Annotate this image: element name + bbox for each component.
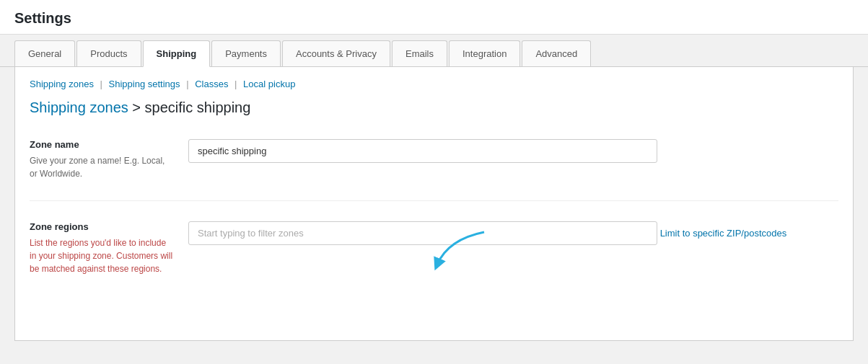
tab-accounts-privacy[interactable]: Accounts & Privacy	[282, 40, 390, 66]
tab-shipping[interactable]: Shipping	[143, 40, 211, 67]
heading-rest: > specific shipping	[128, 99, 251, 115]
tab-products[interactable]: Products	[76, 40, 141, 66]
breadcrumb-sep-1: |	[100, 79, 102, 89]
heading-link[interactable]: Shipping zones	[30, 99, 128, 115]
breadcrumb-sep-3: |	[234, 79, 237, 89]
page-heading: Shipping zones > specific shipping	[30, 99, 838, 116]
zone-name-input-col	[188, 139, 838, 180]
breadcrumb-classes[interactable]: Classes	[195, 79, 228, 89]
zone-name-input[interactable]	[188, 139, 657, 163]
page-title-bar: Settings	[0, 0, 868, 35]
zone-regions-label-col: Zone regions List the regions you'd like…	[30, 221, 188, 275]
breadcrumb-shipping-zones[interactable]: Shipping zones	[30, 79, 94, 89]
breadcrumb-local-pickup[interactable]: Local pickup	[243, 79, 295, 89]
tab-emails[interactable]: Emails	[392, 40, 447, 66]
zone-name-desc: Give your zone a name! E.g. Local, or Wo…	[30, 154, 174, 180]
breadcrumb-sep-2: |	[186, 79, 188, 89]
zone-name-title: Zone name	[30, 139, 174, 150]
zone-regions-desc: List the regions you'd like to include i…	[30, 236, 174, 275]
zone-name-section: Zone name Give your zone a name! E.g. Lo…	[30, 133, 838, 180]
tabs-bar: General Products Shipping Payments Accou…	[0, 35, 868, 67]
breadcrumb: Shipping zones | Shipping settings | Cla…	[30, 79, 838, 89]
zone-regions-title: Zone regions	[30, 221, 174, 232]
tab-advanced[interactable]: Advanced	[522, 40, 591, 66]
breadcrumb-shipping-settings[interactable]: Shipping settings	[109, 79, 180, 89]
content-area: Shipping zones | Shipping settings | Cla…	[14, 67, 854, 341]
limit-zip-link[interactable]: Limit to specific ZIP/postcodes	[660, 228, 787, 239]
zone-name-label-col: Zone name Give your zone a name! E.g. Lo…	[30, 139, 188, 180]
zone-regions-input[interactable]	[188, 221, 657, 245]
zone-regions-input-col: Limit to specific ZIP/postcodes	[188, 221, 838, 275]
section-divider	[30, 200, 838, 201]
tab-general[interactable]: General	[14, 40, 75, 66]
tab-payments[interactable]: Payments	[211, 40, 281, 66]
page-title: Settings	[14, 10, 854, 27]
tab-integration[interactable]: Integration	[449, 40, 520, 66]
zone-regions-section: Zone regions List the regions you'd like…	[30, 216, 838, 275]
page-wrapper: Settings General Products Shipping Payme…	[0, 0, 868, 364]
